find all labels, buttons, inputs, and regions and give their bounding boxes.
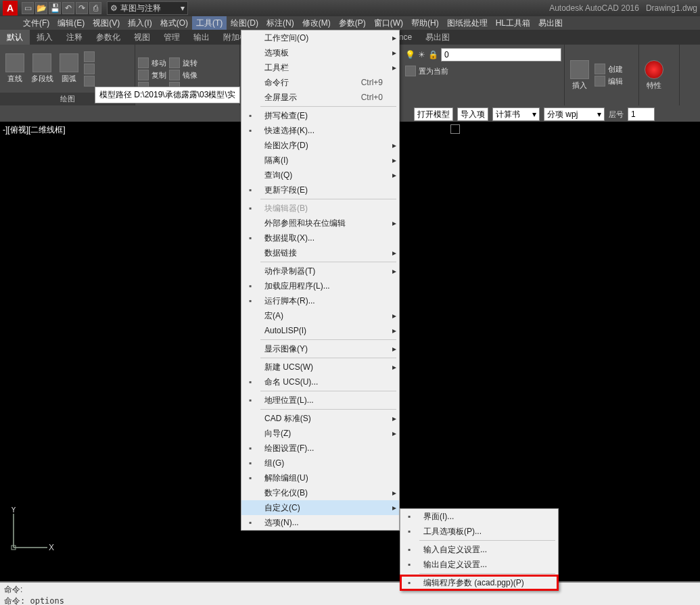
set-current-button[interactable]: 置为当前 — [405, 65, 448, 77]
menu-item[interactable]: 查询(Q)▸ — [241, 168, 399, 183]
menubar-item[interactable]: 视图(V) — [89, 16, 124, 30]
polyline-button[interactable]: 多段线 — [30, 53, 54, 84]
ribbon-tab[interactable]: 注释 — [60, 30, 89, 45]
calc-dropdown[interactable]: 计算书▾ — [492, 107, 540, 121]
menu-item[interactable]: AutoLISP(I)▸ — [241, 323, 399, 338]
menu-item[interactable]: ▪地理位置(L)... — [241, 393, 399, 408]
open-model-button[interactable]: 打开模型 — [414, 107, 453, 121]
menu-item[interactable]: ▪更新字段(E) — [241, 183, 399, 197]
arc-button[interactable]: 圆弧 — [57, 53, 81, 84]
move-button[interactable]: 移动 — [138, 57, 166, 69]
menu-item[interactable]: ▪编辑程序参数 (acad.pgp)(P) — [400, 575, 558, 590]
menu-item[interactable]: ▪拼写检查(E) — [241, 108, 399, 123]
line-button[interactable]: 直线 — [3, 53, 27, 84]
chevron-right-icon: ▸ — [390, 326, 399, 335]
menu-item-label: 向导(Z) — [259, 428, 390, 439]
menu-item[interactable]: ▪命名 UCS(U)... — [241, 374, 399, 389]
menubar-item[interactable]: 工具(T) — [192, 16, 227, 30]
menu-item[interactable]: 新建 UCS(W)▸ — [241, 360, 399, 374]
menu-item[interactable]: ▪运行脚本(R)... — [241, 293, 399, 308]
menubar-item[interactable]: HL工具箱 — [492, 16, 534, 30]
menu-item[interactable]: 外部参照和块在位编辑▸ — [241, 216, 399, 231]
menu-item[interactable]: 自定义(C)▸ — [241, 500, 399, 515]
path-tooltip: 模型路径 D:\2019\承德露露\03模型\实 — [95, 87, 240, 103]
panel-layers: 💡☀🔒0 置为当前 — [402, 45, 565, 105]
edit-block-button[interactable]: 编辑 — [594, 75, 623, 87]
viewcube[interactable] — [450, 124, 460, 134]
menu-item[interactable]: 隔离(I)▸ — [241, 153, 399, 168]
ribbon-tab[interactable]: 参数化 — [89, 30, 127, 45]
menu-item[interactable]: ▪解除编组(U) — [241, 470, 399, 485]
menu-item[interactable]: ▪绘图设置(F)... — [241, 441, 399, 456]
menu-item[interactable]: ▪选项(N)... — [241, 515, 399, 530]
menu-item[interactable]: 显示图像(Y)▸ — [241, 341, 399, 356]
ribbon-tab[interactable]: 输出 — [187, 30, 216, 45]
menu-item[interactable]: ▪界面(I)... — [400, 509, 558, 524]
menu-item[interactable]: CAD 标准(S)▸ — [241, 411, 399, 426]
qat-save-icon[interactable]: 💾 — [49, 2, 61, 14]
copy-button[interactable]: 复制 — [138, 69, 166, 81]
menubar-item[interactable]: 修改(M) — [298, 16, 335, 30]
menu-item[interactable]: 工作空间(O)▸ — [241, 30, 399, 45]
qat-redo-icon[interactable]: ↷ — [76, 2, 88, 14]
menubar-item[interactable]: 帮助(H) — [407, 16, 443, 30]
menu-item[interactable]: 动作录制器(T)▸ — [241, 264, 399, 279]
qat-open-icon[interactable]: 📂 — [35, 2, 47, 14]
chevron-right-icon: ▸ — [390, 362, 399, 372]
menu-item[interactable]: 绘图次序(D)▸ — [241, 138, 399, 153]
create-block-button[interactable]: 创建 — [594, 63, 623, 75]
panel-properties: 特性 — [639, 45, 680, 105]
menu-item[interactable]: ▪输入自定义设置... — [400, 542, 558, 557]
menu-item[interactable]: 命令行Ctrl+9 — [241, 75, 399, 90]
menubar-item[interactable]: 标注(N) — [262, 16, 298, 30]
menu-item[interactable]: 选项板▸ — [241, 45, 399, 60]
command-line[interactable]: 命令: 命令: options — [0, 581, 700, 605]
menubar-item[interactable]: 绘图(D) — [227, 16, 262, 30]
menu-item[interactable]: ▪组(G) — [241, 456, 399, 470]
ribbon-tab[interactable]: 易出图 — [419, 30, 457, 45]
menubar-item[interactable]: 窗口(W) — [370, 16, 407, 30]
insert-block-button[interactable]: 插入 — [567, 60, 592, 91]
menubar-item[interactable]: 参数(P) — [335, 16, 370, 30]
menu-item[interactable]: 数据链接▸ — [241, 245, 399, 260]
menu-item[interactable]: ▪输出自定义设置... — [400, 557, 558, 572]
workspace-selector[interactable]: ⚙ 草图与注释 ▾ — [107, 1, 188, 15]
menu-item-label: 动作录制器(T) — [259, 266, 390, 277]
floor-input[interactable]: 1 — [628, 107, 655, 121]
menu-item-label: 界面(I)... — [418, 511, 549, 523]
layer-dropdown[interactable]: 0 — [441, 48, 561, 62]
menu-item-label: 更新字段(E) — [259, 185, 390, 196]
ribbon-tab[interactable]: 插入 — [30, 30, 60, 45]
menu-item[interactable]: ▪工具选项板(P)... — [400, 524, 558, 539]
view-label[interactable]: -][俯视][二维线框] — [3, 124, 66, 136]
import-button[interactable]: 导入项 — [457, 107, 488, 121]
menubar-item[interactable]: 编辑(E) — [53, 16, 89, 30]
menubar-item[interactable]: 文件(F) — [19, 16, 53, 30]
menu-item[interactable]: 宏(A)▸ — [241, 308, 399, 323]
menu-item[interactable]: 向导(Z)▸ — [241, 426, 399, 441]
ribbon-tab[interactable]: 视图 — [127, 30, 157, 45]
menu-item[interactable]: ▪数据提取(X)... — [241, 231, 399, 245]
ribbon-tab[interactable]: 管理 — [157, 30, 187, 45]
menu-item[interactable]: 工具栏▸ — [241, 60, 399, 75]
ribbon-tab[interactable]: 默认 — [0, 30, 30, 45]
menubar-item[interactable]: 图纸批处理 — [443, 16, 492, 30]
qat-undo-icon[interactable]: ↶ — [62, 2, 74, 14]
qat-print-icon[interactable]: ⎙ — [89, 2, 101, 14]
menu-item[interactable]: ▪加载应用程序(L)... — [241, 279, 399, 293]
qat-new-icon[interactable]: ▭ — [22, 2, 34, 14]
mirror-button[interactable]: 镜像 — [169, 69, 197, 81]
menu-item[interactable]: 数字化仪(B)▸ — [241, 485, 399, 500]
menu-item[interactable]: ▪快速选择(K)... — [241, 123, 399, 138]
menubar-item[interactable]: 插入(I) — [124, 16, 156, 30]
menu-item-label: 输入自定义设置... — [418, 544, 549, 556]
menubar-item[interactable]: 格式(O) — [156, 16, 192, 30]
properties-button[interactable]: 特性 — [642, 60, 666, 91]
rotate-button[interactable]: 旋转 — [169, 57, 197, 69]
blank-icon — [241, 360, 259, 374]
app-logo[interactable]: A — [3, 1, 18, 16]
sub-dropdown[interactable]: 分项 wpj▾ — [544, 107, 605, 121]
menu-item[interactable]: 全屏显示Ctrl+0 — [241, 90, 399, 105]
menubar-item[interactable]: 易出图 — [534, 16, 567, 30]
menu-item[interactable]: ▪块编辑器(B) — [241, 201, 399, 216]
